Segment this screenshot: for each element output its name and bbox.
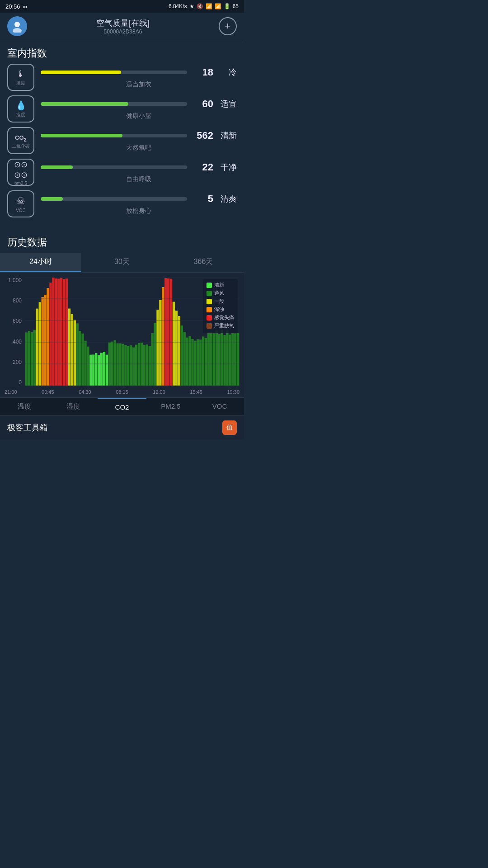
svg-rect-44 (138, 343, 140, 386)
svg-rect-14 (57, 279, 60, 386)
legend-label: 严重缺氧 (214, 322, 234, 329)
svg-rect-35 (114, 340, 116, 386)
svg-rect-75 (221, 330, 223, 386)
svg-rect-77 (226, 330, 228, 386)
metric-bar-fill-1 (41, 102, 128, 106)
legend-item: 严重缺氧 (206, 322, 234, 329)
time-tabs: 24小时30天366天 (0, 253, 244, 273)
svg-rect-17 (66, 278, 68, 386)
yaxis-label: 1,000 (5, 277, 22, 283)
svg-rect-36 (116, 343, 118, 386)
yaxis-label: 200 (5, 359, 22, 365)
time-tab-1[interactable]: 30天 (81, 253, 163, 272)
metric-row-2: CO2 二氧化碳 562 清新 天然氧吧 (7, 127, 237, 154)
metric-icon-symbol-4: ☠ (16, 195, 25, 207)
legend-item: 清新 (206, 282, 234, 288)
metric-main-2: 562 清新 天然氧吧 (41, 130, 237, 152)
svg-rect-47 (146, 344, 148, 386)
metric-value-1: 60 (192, 98, 213, 110)
yaxis-label: 600 (5, 318, 22, 324)
svg-rect-67 (199, 340, 202, 386)
metric-row-1: 💧 湿度 60 适宜 健康小屋 (7, 95, 237, 123)
svg-rect-79 (231, 333, 234, 386)
metric-icon-3: ⊙⊙⊙⊙ pm2.5 (7, 159, 34, 186)
xaxis-label: 04:30 (79, 389, 91, 395)
svg-rect-8 (42, 297, 44, 386)
metric-bar-wrap-3: 22 干净 (41, 161, 237, 173)
svg-rect-73 (216, 330, 218, 386)
svg-rect-40 (127, 346, 129, 386)
svg-rect-42 (132, 347, 135, 386)
history-section-title: 历史数据 (0, 231, 244, 253)
svg-rect-37 (119, 344, 121, 386)
metric-icon-label-1: 湿度 (16, 112, 25, 118)
footer-logo: 值 (222, 420, 237, 435)
svg-rect-61 (183, 332, 186, 386)
legend-label: 一般 (214, 298, 224, 305)
svg-rect-29 (98, 355, 100, 386)
svg-rect-70 (207, 332, 210, 386)
bottom-tab-pm2.5[interactable]: PM2.5 (146, 398, 195, 415)
yaxis-label: 400 (5, 339, 22, 345)
svg-rect-59 (178, 316, 180, 386)
metric-bar-track-1 (41, 102, 187, 106)
svg-rect-71 (210, 332, 212, 386)
header: 空气质量[在线] 50000A2D38A6 + (0, 13, 244, 40)
legend-label: 通风 (214, 290, 224, 297)
metric-status-3: 干净 (218, 162, 237, 173)
svg-rect-26 (89, 355, 92, 386)
yaxis-label: 800 (5, 297, 22, 304)
metric-bar-fill-2 (41, 134, 122, 137)
status-bar: 20:56 ∞ 6.84K/s ★ 🔇 📶 📶 🔋 65 (0, 0, 244, 13)
bottom-tab-温度[interactable]: 温度 (0, 398, 49, 415)
bottom-tab-co2[interactable]: CO2 (98, 398, 146, 415)
metric-bar-wrap-0: 18 冷 (41, 66, 237, 78)
metric-desc-2: 天然氧吧 (41, 144, 237, 152)
metric-icon-symbol-0: 🌡 (16, 69, 25, 79)
svg-rect-60 (181, 326, 183, 386)
header-center: 空气质量[在线] 50000A2D38A6 (96, 18, 150, 35)
avatar-button[interactable] (7, 16, 27, 36)
svg-rect-15 (60, 278, 62, 386)
history-section: 历史数据 24小时30天366天 1,0008006004002000 清新通风… (0, 231, 244, 397)
wifi-icon: 📶 (206, 3, 212, 9)
xaxis-label: 00:45 (42, 389, 54, 395)
svg-rect-50 (154, 323, 156, 386)
svg-rect-64 (191, 339, 193, 386)
metric-desc-3: 自由呼吸 (41, 175, 237, 184)
legend-dot (206, 307, 212, 312)
svg-rect-58 (175, 311, 178, 386)
metric-icon-1: 💧 湿度 (7, 95, 34, 123)
svg-rect-28 (95, 353, 97, 386)
svg-rect-80 (234, 333, 236, 386)
metric-bar-track-0 (41, 71, 187, 74)
svg-rect-53 (162, 287, 164, 386)
time-tab-2[interactable]: 366天 (163, 253, 244, 272)
svg-rect-6 (36, 309, 38, 386)
bottom-tab-湿度[interactable]: 湿度 (49, 398, 98, 415)
svg-rect-7 (39, 302, 41, 386)
status-speed: 6.84K/s (169, 3, 187, 9)
add-device-button[interactable]: + (219, 17, 237, 35)
signal-icon: 📶 (215, 3, 221, 9)
legend-label: 清新 (214, 282, 224, 288)
battery-icon: 🔋 (224, 3, 230, 9)
bluetooth-icon: ★ (189, 3, 194, 9)
yaxis-label: 0 (5, 379, 22, 386)
svg-rect-22 (79, 331, 81, 386)
legend-item: 通风 (206, 290, 234, 297)
metric-desc-0: 适当加衣 (41, 80, 237, 89)
svg-rect-57 (173, 302, 175, 386)
svg-point-0 (14, 22, 20, 27)
svg-rect-3 (28, 331, 30, 386)
metric-bar-fill-3 (41, 165, 73, 169)
xaxis-label: 15:45 (190, 389, 202, 395)
metric-bar-track-3 (41, 165, 187, 169)
metric-main-0: 18 冷 适当加衣 (41, 66, 237, 89)
time-tab-0[interactable]: 24小时 (0, 253, 81, 272)
svg-rect-43 (135, 345, 137, 386)
svg-rect-41 (130, 345, 132, 386)
footer: 极客工具箱 值 (0, 415, 244, 439)
svg-rect-32 (106, 355, 108, 386)
bottom-tab-voc[interactable]: VOC (195, 398, 244, 415)
